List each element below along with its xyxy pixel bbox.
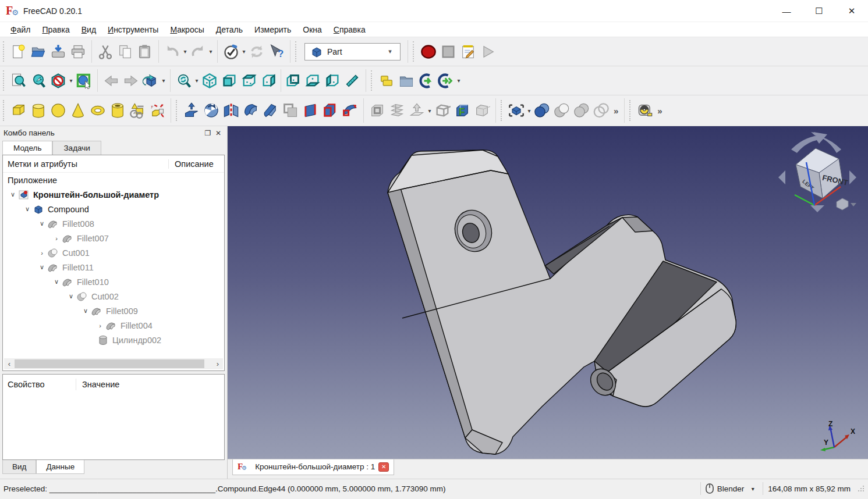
offset-2d-button[interactable]: F: [452, 99, 472, 122]
tree-item-fillet009[interactable]: ∨ Fillet009: [3, 304, 224, 318]
cut-button[interactable]: [95, 40, 115, 63]
paste-button[interactable]: [135, 40, 155, 63]
document-tab[interactable]: F⚙ Кронштейн-большой-диаметр : 1 ✕: [232, 459, 394, 475]
section-button[interactable]: [367, 99, 387, 122]
extrude-button[interactable]: [182, 99, 201, 122]
sync-view-button[interactable]: [174, 69, 194, 92]
menu-measure[interactable]: Измерить: [249, 23, 297, 36]
tab-model[interactable]: Модель: [2, 141, 52, 155]
toolbar-overflow-button[interactable]: »: [611, 106, 621, 116]
box-element-selection-button[interactable]: [74, 69, 94, 92]
new-document-button[interactable]: [9, 40, 29, 63]
toolbar-grip[interactable]: [413, 41, 416, 61]
make-face-button[interactable]: [281, 99, 300, 122]
macro-record-button[interactable]: [419, 40, 438, 63]
tree-root-application[interactable]: Приложение: [3, 173, 224, 187]
tab-data-properties[interactable]: Данные: [36, 460, 84, 474]
fillet-button[interactable]: [241, 99, 261, 122]
make-sub-link-dropdown[interactable]: ▾: [456, 77, 462, 84]
toolbar-grip[interactable]: [629, 100, 633, 121]
compound-tools-button[interactable]: [506, 99, 526, 122]
cross-sections-button[interactable]: [387, 99, 407, 122]
shape-builder-button[interactable]: [147, 99, 167, 122]
union-button[interactable]: [532, 99, 552, 122]
tree-item-fillet007[interactable]: › Fillet007: [3, 231, 224, 245]
intersection-button[interactable]: [572, 99, 591, 122]
toolbar-grip[interactable]: [3, 41, 6, 61]
boolean-xor-button[interactable]: [591, 99, 611, 122]
undo-button[interactable]: [162, 40, 182, 63]
maximize-button[interactable]: ☐: [803, 0, 835, 22]
nav-forward-button[interactable]: [121, 69, 141, 92]
undo-dropdown[interactable]: ▾: [182, 48, 188, 55]
scrollbar-thumb[interactable]: [15, 359, 204, 368]
clipping-button[interactable]: [48, 69, 68, 92]
view-left-button[interactable]: [323, 69, 342, 92]
sphere-button[interactable]: [48, 99, 68, 122]
minimize-button[interactable]: —: [770, 0, 803, 22]
cut-boolean-button[interactable]: [552, 99, 572, 122]
chamfer-button[interactable]: [261, 99, 281, 122]
cone-button[interactable]: [68, 99, 88, 122]
print-button[interactable]: [68, 40, 88, 63]
box-button[interactable]: [9, 99, 29, 122]
menu-file[interactable]: Файл: [5, 23, 36, 36]
revolve-button[interactable]: [201, 99, 221, 122]
toolbar-grip[interactable]: [371, 70, 374, 90]
navigation-cube[interactable]: FRONT LEFT: [774, 131, 861, 218]
scroll-right-arrow[interactable]: ›: [212, 359, 223, 368]
menu-tools[interactable]: Инструменты: [102, 23, 164, 36]
tree-expander-open[interactable]: ∨: [8, 191, 18, 198]
axonometric-view-button[interactable]: [200, 69, 219, 92]
menu-part[interactable]: Деталь: [210, 23, 249, 36]
whats-this-button[interactable]: ?: [267, 40, 286, 63]
tree-item-document[interactable]: ∨ Кронштейн-большой-диаметр: [3, 187, 224, 202]
clipping-dropdown[interactable]: ▾: [68, 77, 74, 84]
menu-edit[interactable]: Правка: [36, 23, 75, 36]
nav-right-arrow[interactable]: [849, 170, 856, 184]
redo-dropdown[interactable]: ▾: [208, 48, 214, 55]
toolbar-grip[interactable]: [3, 100, 6, 121]
measure-overflow-button[interactable]: »: [655, 106, 664, 116]
fit-all-button[interactable]: [9, 69, 29, 92]
nav-back-button[interactable]: [101, 69, 121, 92]
tree-item-fillet010[interactable]: ∨ Fillet010: [3, 275, 224, 289]
nav-left-arrow[interactable]: [778, 170, 785, 184]
tree-item-cylinder002[interactable]: Цилиндр002: [3, 333, 224, 347]
thickness-button[interactable]: [433, 99, 452, 122]
tab-tasks[interactable]: Задачи: [52, 141, 101, 155]
copy-button[interactable]: [115, 40, 135, 63]
tree-item-compound[interactable]: ∨ Compound: [3, 202, 224, 216]
menu-view[interactable]: Вид: [76, 23, 102, 36]
home-view-button[interactable]: [141, 69, 161, 92]
tab-view-properties[interactable]: Вид: [2, 460, 36, 474]
nav-cube-dropdown-icon[interactable]: [851, 203, 856, 206]
refresh-button[interactable]: [247, 40, 267, 63]
ruled-surface-button[interactable]: [300, 99, 320, 122]
tube-button[interactable]: [108, 99, 127, 122]
menu-help[interactable]: Справка: [328, 23, 371, 36]
tree-item-cut001[interactable]: › Cut001: [3, 245, 224, 260]
toolbar-grip[interactable]: [176, 100, 179, 121]
validate-button[interactable]: [221, 40, 241, 63]
macro-edit-button[interactable]: [458, 40, 478, 63]
tree-item-fillet011[interactable]: ∨ Fillet011: [3, 260, 224, 275]
tree-item-fillet008[interactable]: ∨ Fillet008: [3, 216, 224, 231]
view-rear-button[interactable]: [283, 69, 303, 92]
toolbar-grip[interactable]: [3, 70, 6, 90]
macro-stop-button[interactable]: [438, 40, 458, 63]
toolbar-grip[interactable]: [295, 41, 299, 61]
resize-grip[interactable]: [858, 485, 865, 492]
make-sub-link-button[interactable]: [436, 69, 456, 92]
mirror-button[interactable]: [221, 99, 241, 122]
cylinder-button[interactable]: [29, 99, 48, 122]
create-group-button[interactable]: [396, 69, 416, 92]
view-bottom-button[interactable]: [303, 69, 323, 92]
menu-macros[interactable]: Макросы: [164, 23, 210, 36]
toolbar-grip[interactable]: [501, 100, 504, 121]
redo-button[interactable]: [188, 40, 208, 63]
torus-button[interactable]: [88, 99, 108, 122]
loft-button[interactable]: [320, 99, 340, 122]
view-right-button[interactable]: [259, 69, 279, 92]
workbench-selector[interactable]: Part ▾: [304, 43, 401, 60]
